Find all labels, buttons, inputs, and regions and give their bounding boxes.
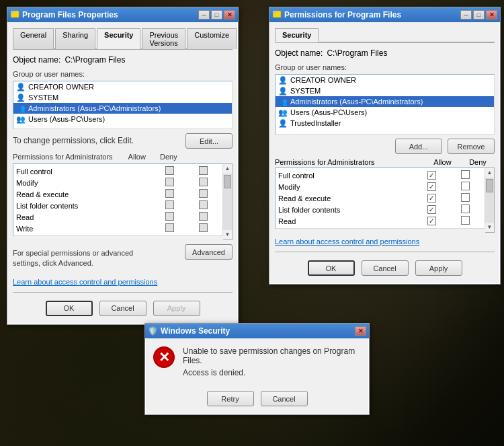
security-cancel-button[interactable]: Cancel bbox=[261, 391, 308, 406]
perm-scrollbar[interactable]: ▲ ▼ bbox=[223, 163, 233, 240]
maximize-button[interactable]: □ bbox=[211, 10, 222, 20]
perm2-list: List folder contents bbox=[278, 204, 482, 215]
learn-link[interactable]: Learn about access control and permissio… bbox=[13, 278, 157, 286]
group-header: Group or user names: bbox=[13, 70, 233, 78]
minimize-button[interactable]: ─ bbox=[198, 10, 210, 20]
scroll-thumb[interactable] bbox=[224, 175, 231, 188]
perm-list-trusted[interactable]: 👤 TrustedInstaller bbox=[276, 118, 494, 128]
add-button[interactable]: Add... bbox=[395, 139, 442, 154]
cb2-list-allow[interactable] bbox=[427, 205, 436, 214]
perm-list-users[interactable]: 👥 Users (Asus-PC\Users) bbox=[276, 107, 494, 118]
users-listbox[interactable]: 👤 CREATOR OWNER 👤 SYSTEM 👥 Administrator… bbox=[13, 81, 233, 129]
perm-list-admins[interactable]: 👥 Administrators (Asus-PC\Administrators… bbox=[276, 96, 494, 107]
perm2-scroll-thumb[interactable] bbox=[486, 179, 493, 192]
perm2-read-exec-allow-cell bbox=[415, 194, 448, 202]
perm-list-creator[interactable]: 👤 CREATOR OWNER bbox=[276, 75, 494, 85]
tab-previous-versions[interactable]: Previous Versions bbox=[142, 28, 185, 49]
perm-users-listbox[interactable]: 👤 CREATOR OWNER 👤 SYSTEM 👥 Administrator… bbox=[275, 74, 495, 135]
cb-full-allow[interactable] bbox=[165, 166, 174, 175]
perm2-scroll-down[interactable]: ▼ bbox=[485, 223, 494, 232]
perm2-full-label: Full control bbox=[278, 172, 415, 180]
remove-button[interactable]: Remove bbox=[448, 139, 495, 154]
cb-read-exec-deny[interactable] bbox=[199, 189, 208, 198]
cb2-read-deny[interactable] bbox=[461, 216, 470, 225]
cb2-read-exec-allow[interactable] bbox=[427, 194, 436, 202]
cb2-read-exec-deny[interactable] bbox=[461, 193, 470, 202]
cb-list-allow[interactable] bbox=[165, 200, 174, 209]
cb-read-exec-allow[interactable] bbox=[165, 189, 174, 198]
security-title-text: Windows Security bbox=[161, 326, 230, 336]
cb2-list-deny[interactable] bbox=[461, 205, 470, 213]
system-label: SYSTEM bbox=[28, 94, 58, 102]
cb2-modify-allow[interactable] bbox=[427, 182, 436, 191]
cb2-modify-deny[interactable] bbox=[461, 182, 470, 190]
cb2-full-deny[interactable] bbox=[461, 170, 470, 179]
perm2-learn-link[interactable]: Learn about access control and permissio… bbox=[275, 237, 419, 246]
perm-write-deny bbox=[186, 223, 220, 233]
cb2-full-allow[interactable] bbox=[427, 171, 436, 180]
perm-icon-users: 👥 bbox=[278, 108, 288, 117]
security-close[interactable]: ✕ bbox=[355, 326, 366, 336]
apply-button[interactable]: Apply bbox=[153, 301, 200, 316]
tab-security[interactable]: Security bbox=[97, 28, 140, 49]
scroll-up[interactable]: ▲ bbox=[223, 164, 232, 174]
perm2-listbox[interactable]: Full control Modify Read & execute List … bbox=[275, 168, 485, 229]
title-bar-buttons: ─ □ ✕ bbox=[198, 10, 235, 20]
cb-full-deny[interactable] bbox=[199, 166, 208, 175]
perm-tab-security[interactable]: Security bbox=[275, 28, 319, 42]
cb-write-allow[interactable] bbox=[165, 223, 174, 232]
cb2-read-allow[interactable] bbox=[427, 217, 436, 225]
tab-general[interactable]: General bbox=[13, 28, 54, 49]
tab-sharing[interactable]: Sharing bbox=[55, 28, 95, 49]
cb-read-allow[interactable] bbox=[165, 212, 174, 221]
security-title-bar[interactable]: 🛡️ Windows Security ✕ bbox=[145, 324, 369, 338]
perm-creator-label: CREATOR OWNER bbox=[290, 76, 356, 84]
perm2-scroll-up[interactable]: ▲ bbox=[485, 168, 494, 178]
perm2-list-label: List folder contents bbox=[278, 206, 415, 214]
user-icon-users: 👥 bbox=[16, 114, 26, 124]
cb-read-deny[interactable] bbox=[199, 212, 208, 221]
perm-row-list: List folder contents bbox=[16, 200, 220, 211]
deny-header: Deny bbox=[160, 153, 177, 161]
perm-close[interactable]: ✕ bbox=[486, 10, 497, 20]
permissions-area: Full control Modify Read & execute List … bbox=[13, 163, 233, 240]
perm2-apply-button[interactable]: Apply bbox=[415, 260, 462, 276]
cancel-button[interactable]: Cancel bbox=[99, 301, 146, 316]
permissions-title-bar[interactable]: Permissions for Program Files ─ □ ✕ bbox=[269, 7, 500, 22]
perm-icon-trusted: 👤 bbox=[278, 118, 288, 128]
ok-button[interactable]: OK bbox=[46, 301, 93, 316]
separator bbox=[13, 292, 233, 293]
perm2-cancel-button[interactable]: Cancel bbox=[362, 260, 409, 276]
cb-modify-deny[interactable] bbox=[199, 178, 208, 186]
scroll-down[interactable]: ▼ bbox=[223, 230, 232, 239]
permissions-listbox[interactable]: Full control Modify Read & execute List … bbox=[13, 163, 223, 236]
perm2-ok-button[interactable]: OK bbox=[308, 260, 355, 276]
list-item-admins[interactable]: 👥 Administrators (Asus-PC\Administrators… bbox=[13, 103, 232, 114]
properties-title-bar[interactable]: Program Files Properties ─ □ ✕ bbox=[7, 7, 238, 22]
perm-icon-creator: 👤 bbox=[278, 75, 288, 85]
cb-modify-allow[interactable] bbox=[165, 178, 174, 186]
perm-list-allow bbox=[153, 200, 186, 211]
advanced-button[interactable]: Advanced bbox=[185, 244, 233, 260]
tab-customize[interactable]: Customize bbox=[187, 28, 237, 49]
scroll-track bbox=[223, 174, 232, 230]
bottom-buttons: OK Cancel Apply bbox=[13, 297, 233, 319]
list-item-users[interactable]: 👥 Users (Asus-PC\Users) bbox=[13, 114, 232, 124]
list-item-system[interactable]: 👤 SYSTEM bbox=[13, 92, 232, 103]
close-button[interactable]: ✕ bbox=[224, 10, 235, 20]
object-name-row: Object name: C:\Program Files bbox=[13, 55, 233, 65]
perm-maximize[interactable]: □ bbox=[473, 10, 485, 20]
permissions-content: Security Object name: C:\Program Files G… bbox=[269, 22, 500, 284]
security-title-buttons: ✕ bbox=[355, 326, 366, 336]
perm-write-allow bbox=[153, 223, 186, 233]
perm-list-system[interactable]: 👤 SYSTEM bbox=[276, 85, 494, 96]
cb-write-deny[interactable] bbox=[199, 223, 208, 232]
perm-minimize[interactable]: ─ bbox=[460, 10, 472, 20]
perm2-scrollbar[interactable]: ▲ ▼ bbox=[485, 168, 495, 233]
edit-button[interactable]: Edit... bbox=[185, 133, 233, 149]
retry-button[interactable]: Retry bbox=[207, 391, 254, 406]
svg-rect-1 bbox=[11, 11, 14, 13]
cb-list-deny[interactable] bbox=[199, 200, 208, 209]
list-item-creator[interactable]: 👤 CREATOR OWNER bbox=[13, 81, 232, 92]
perm2-label: Permissions for Administrators bbox=[275, 158, 424, 166]
